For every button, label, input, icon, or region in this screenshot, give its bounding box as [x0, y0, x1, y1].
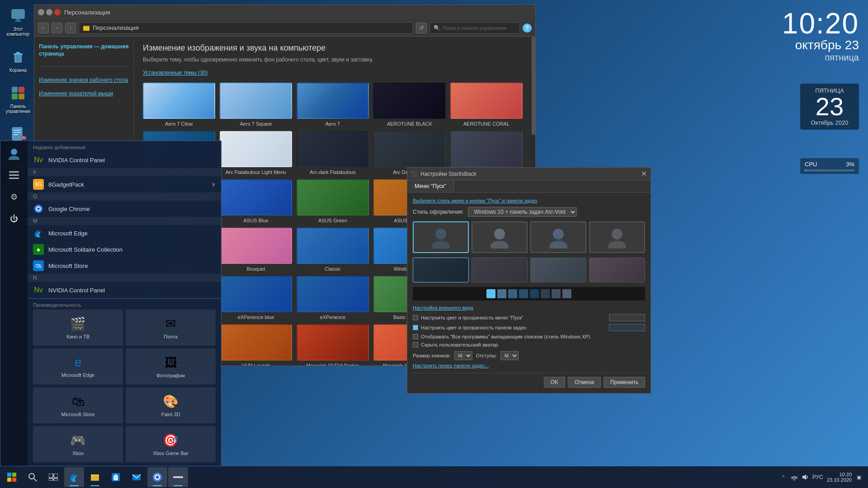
start-app-gadgetpack[interactable]: 8G 8GadgetPack ∨: [28, 176, 221, 192]
taskbar-app-chrome[interactable]: [147, 467, 167, 487]
start-hamburger-icon[interactable]: [5, 166, 23, 184]
sb-color-swatch-1[interactable]: [609, 314, 645, 321]
svg-rect-12: [12, 127, 22, 140]
search-bar[interactable]: 🔍 Поиск в панели управления: [429, 22, 520, 34]
sb-ok-button[interactable]: OK: [544, 377, 565, 388]
prod-tile-tv[interactable]: 🎬 Кино и ТВ: [33, 310, 123, 346]
taskbar-date: 23.10.2020: [827, 477, 852, 483]
taskbar-app-edge[interactable]: [64, 467, 84, 487]
tray-expand[interactable]: ^: [780, 474, 787, 481]
theme-item[interactable]: eXPerience blue: [220, 276, 292, 320]
installed-themes-link[interactable]: Установленные темы (30): [143, 70, 523, 76]
theme-item[interactable]: AEROTUNE BLACK: [373, 83, 446, 127]
nav-forward-button[interactable]: →: [52, 23, 62, 33]
desktop-icon-control-panel[interactable]: Панельуправления: [4, 82, 33, 116]
theme-item[interactable]: Bouquet: [220, 228, 292, 272]
startback-style-select[interactable]: Windows 10 + панель задач Arc-Void: [468, 207, 577, 217]
theme-item[interactable]: Aero 7: [297, 83, 369, 127]
startback-appearance-link[interactable]: Настройка внешнего вида: [413, 305, 645, 310]
theme-item[interactable]: HUD Launch: [220, 324, 292, 366]
start-app-edge[interactable]: Microsoft Edge: [28, 225, 221, 241]
taskbar-app-store[interactable]: [106, 467, 126, 487]
taskbar-app-minimize[interactable]: [168, 467, 188, 487]
prod-tile-xbox-bar[interactable]: 🎯 Xbox Game Bar: [126, 426, 216, 462]
maximize-button[interactable]: [46, 9, 52, 15]
address-bar[interactable]: Персонализация: [79, 22, 413, 34]
sb-color-swatch-2[interactable]: [609, 324, 645, 331]
startback-bottom-preview-2[interactable]: [472, 258, 528, 282]
theme-item[interactable]: eXPerience: [297, 276, 369, 320]
theme-item[interactable]: ASUS Blue: [220, 179, 292, 223]
startback-preview-1[interactable]: [413, 221, 469, 253]
start-app-store[interactable]: 🛍 Microsoft Store: [28, 258, 221, 274]
tray-action-center[interactable]: ▣: [855, 474, 863, 481]
prod-tile-store[interactable]: 🛍 Microsoft Store: [33, 387, 123, 423]
tray-volume[interactable]: [802, 474, 809, 481]
sidebar-link-desktop-icons[interactable]: Изменение значков рабочего стола: [39, 76, 129, 84]
prod-tile-xbox[interactable]: 🎮 Xbox: [33, 426, 123, 462]
start-app-chrome[interactable]: Google Chrome: [28, 201, 221, 217]
scroll-thumb[interactable]: [532, 37, 535, 135]
tray-language[interactable]: РУС: [812, 474, 823, 480]
startback-bottom-preview-4[interactable]: [589, 258, 645, 282]
taskbar-clock[interactable]: 10:20 23.10.2020: [827, 472, 852, 483]
taskbar-app-explorer[interactable]: [85, 467, 105, 487]
clock-time: 10:20: [782, 9, 859, 38]
nav-back-button[interactable]: ←: [38, 23, 49, 33]
startback-header-link[interactable]: Выберите стиль меню и кнопки "Пуск" и па…: [413, 198, 645, 203]
startback-content: Выберите стиль меню и кнопки "Пуск" и па…: [407, 192, 651, 393]
sb-checkbox-2[interactable]: [413, 325, 418, 330]
sb-checkbox-3[interactable]: [413, 334, 418, 339]
help-button[interactable]: ?: [523, 23, 532, 33]
startback-title-text: ⬛ Настройки StartIsBack: [411, 171, 476, 177]
taskbar-app-mail[interactable]: [127, 467, 146, 487]
prod-tile-photos[interactable]: 🖼 Фотографии: [126, 348, 216, 385]
minimize-button[interactable]: [38, 9, 44, 15]
theme-item[interactable]: AEROTUNE CORAL: [450, 83, 523, 127]
nav-up-button[interactable]: ↑: [65, 23, 76, 33]
theme-item[interactable]: Aero 7 Clear: [143, 83, 215, 127]
sb-apply-button[interactable]: Применить: [604, 377, 645, 388]
start-app-nvidia2[interactable]: Nv NVIDIA Control Panel: [28, 282, 221, 298]
startback-preview-2[interactable]: [472, 221, 528, 253]
tray-network[interactable]: [791, 474, 798, 481]
start-power-icon[interactable]: ⏻: [5, 210, 23, 228]
startback-preview-4[interactable]: [589, 221, 645, 253]
theme-item[interactable]: Arc Flatabulous Light Menu: [220, 131, 292, 175]
startback-close-button[interactable]: ✕: [641, 169, 647, 178]
sb-checkbox-1[interactable]: [413, 315, 418, 320]
prod-tile-edge[interactable]: e Microsoft Edge: [33, 348, 123, 385]
sidebar-link-mouse[interactable]: Изменение указателей мыши: [39, 89, 129, 98]
taskbar-start-button[interactable]: [2, 467, 22, 487]
startback-bottom-preview-3[interactable]: [530, 258, 586, 282]
startback-preview-3[interactable]: [530, 221, 586, 253]
sb-size-select[interactable]: M S L: [454, 351, 472, 360]
refresh-button[interactable]: ↺: [416, 23, 427, 33]
theme-item[interactable]: Arc-dark Flatabulous: [297, 131, 369, 175]
theme-item[interactable]: ASUS Green: [297, 179, 369, 223]
theme-item[interactable]: Aero 7 Square: [220, 83, 292, 127]
sb-cancel-button[interactable]: Отмена: [568, 377, 601, 388]
start-app-solitaire[interactable]: ♠ Microsoft Solitaire Collection: [28, 241, 221, 258]
startback-bottom-preview-1[interactable]: [413, 258, 469, 282]
prod-tile-paint3d[interactable]: 🎨 Paint 3D: [126, 387, 216, 423]
desktop-icon-recycle-bin[interactable]: Корзина: [7, 46, 29, 75]
taskbar-search-button[interactable]: [23, 467, 42, 487]
sb-checkbox-4[interactable]: [413, 342, 418, 347]
theme-item[interactable]: Classic: [297, 228, 369, 272]
start-user-icon[interactable]: [5, 145, 23, 163]
prod-label-mail: Почта: [164, 334, 178, 339]
svg-line-47: [34, 479, 37, 481]
taskbar-taskview-button[interactable]: [43, 467, 63, 487]
sb-gap-select[interactable]: M S L: [500, 351, 519, 360]
theme-item[interactable]: Maverick 10 Flat Darker: [297, 324, 369, 366]
desktop-icon-computer[interactable]: Этоткомпьютер: [5, 5, 32, 39]
close-button[interactable]: [54, 9, 61, 15]
startback-tab-startmenu[interactable]: Меню "Пуск": [407, 180, 454, 192]
start-app-nvidia[interactable]: Nv NVIDIA Control Panel: [28, 152, 221, 168]
start-settings-icon[interactable]: ⚙: [5, 188, 23, 206]
taskbar: ^ РУС 10:20 23.10.2020 ▣: [0, 466, 868, 488]
svg-rect-14: [14, 132, 21, 133]
sb-taskbar-link[interactable]: Настроить перец панели задач...: [413, 363, 645, 368]
prod-tile-mail[interactable]: ✉ Почта: [126, 310, 216, 346]
